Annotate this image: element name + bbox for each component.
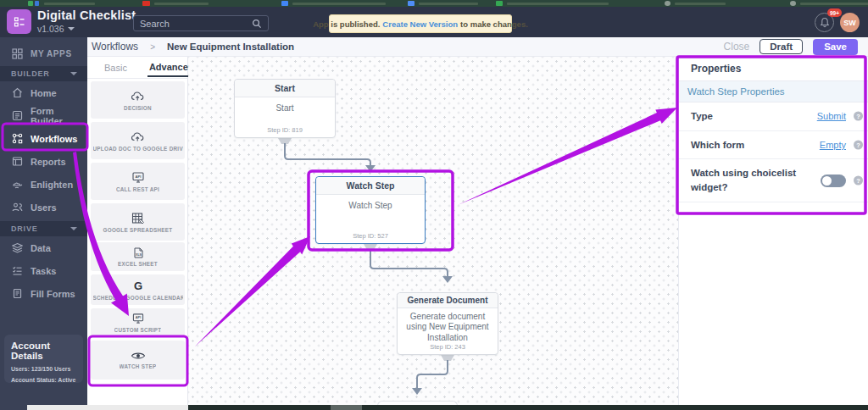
svg-text:G: G xyxy=(133,280,142,292)
app-window: Digital Checklist v1.036 Search App is p… xyxy=(0,0,868,410)
bookmark-label xyxy=(292,3,386,5)
excel-file-icon: XLS xyxy=(132,247,144,258)
notification-badge: 99+ xyxy=(827,8,842,17)
avatar[interactable]: SW xyxy=(840,13,860,32)
step-card-custom-script[interactable]: API CUSTOM SCRIPT xyxy=(91,308,185,337)
cloud-upload-icon xyxy=(131,90,146,102)
sidebar-item-workflows[interactable]: Workflows xyxy=(0,127,87,150)
toggle-knob xyxy=(822,176,832,186)
step-card-upload-doc-to-google-drive[interactable]: UPLOAD DOC TO GOOGLE DRIVE xyxy=(91,122,185,159)
google-g-icon: G xyxy=(131,279,145,292)
chevron-down-icon xyxy=(70,227,77,230)
app-version-label: v1.036 xyxy=(37,24,64,34)
app-version-selector[interactable]: v1.036 xyxy=(37,24,136,34)
property-label: Watch using choicelist widget? xyxy=(691,166,801,194)
node-start[interactable]: Start Start Step ID: 819 xyxy=(234,79,336,138)
bell-icon xyxy=(820,17,830,28)
app-title: Digital Checklist xyxy=(37,8,136,22)
sidebar-item-enlighten[interactable]: Enlighten xyxy=(0,173,87,196)
node-description: Start xyxy=(275,103,293,114)
sidebar-section-builder[interactable]: BUILDER xyxy=(0,66,87,81)
svg-text:API: API xyxy=(135,315,141,319)
caret-down-icon xyxy=(68,27,75,30)
app-logo-icon[interactable] xyxy=(7,9,31,34)
app-topbar: Digital Checklist v1.036 Search App is p… xyxy=(0,7,868,37)
step-card-label: DECISION xyxy=(124,105,152,111)
step-card-call-rest-api[interactable]: API CALL REST API xyxy=(91,163,185,200)
node-generate-document[interactable]: Generate Document Generate document usin… xyxy=(397,292,498,355)
breadcrumb-separator: > xyxy=(150,42,155,52)
sidebar-item-reports[interactable]: Reports xyxy=(0,150,87,173)
workflow-canvas[interactable]: Start Start Step ID: 819 Watch Step Watc… xyxy=(188,57,678,405)
banner-text: to make changes. xyxy=(460,19,528,29)
sidebar-item-label: Tasks xyxy=(31,266,56,276)
node-watch-step[interactable]: Watch Step Watch Step Step ID: 527 xyxy=(315,176,426,244)
cloud-upload-icon xyxy=(131,130,146,143)
sidebar-item-label: Fill Forms xyxy=(31,289,75,299)
node-title: Start xyxy=(235,80,335,97)
bookmark-label xyxy=(419,3,478,5)
type-value-link[interactable]: Submit xyxy=(817,111,846,121)
step-card-label: CALL REST API xyxy=(116,186,159,192)
bookmark-label xyxy=(507,3,609,5)
sidebar-item-fill-forms[interactable]: Fill Forms xyxy=(0,282,87,305)
help-icon[interactable]: ? xyxy=(854,176,863,186)
step-card-decision[interactable]: DECISION xyxy=(91,81,185,119)
eye-icon xyxy=(131,351,146,361)
search-input[interactable]: Search xyxy=(133,15,269,31)
bookmark-icon xyxy=(28,1,33,6)
scrollbar-thumb[interactable] xyxy=(27,405,188,410)
property-label: Which form xyxy=(691,138,744,152)
node-title: Watch Step xyxy=(316,177,425,195)
step-card-label: GOOGLE SPREADSHEET xyxy=(103,227,172,233)
sidebar-item-data[interactable]: Data xyxy=(0,236,87,259)
step-card-schedule-google-calendar-event[interactable]: G SCHEDULE GOOGLE CALENDAR EVE... xyxy=(91,274,185,305)
connector-watch-step-to-generate-document xyxy=(364,244,454,297)
section-label: DRIVE xyxy=(11,224,38,233)
steps-tabs: Basic Advanced xyxy=(87,57,187,79)
svg-text:API: API xyxy=(135,175,141,179)
close-button[interactable]: Close xyxy=(724,41,750,53)
bookmark-label xyxy=(44,3,95,5)
step-card-google-spreadsheet[interactable]: GOOGLE SPREADSHEET xyxy=(91,203,185,241)
sidebar-section-drive[interactable]: DRIVE xyxy=(0,221,87,236)
home-icon xyxy=(11,87,23,99)
property-label: Type xyxy=(691,109,713,124)
bookmark-icon xyxy=(790,1,796,6)
breadcrumb: Workflows > New Equipment Installation xyxy=(92,41,294,53)
node-description: Generate document using New Equipment In… xyxy=(402,312,493,344)
spreadsheet-icon xyxy=(131,212,146,224)
property-row-which-form: Which form Empty ? xyxy=(679,131,868,160)
sidebar-item-home[interactable]: Home xyxy=(0,81,87,104)
bookmark-label xyxy=(675,3,726,5)
layers-icon xyxy=(11,242,23,254)
sidebar-item-label: Home xyxy=(31,88,57,98)
node-step-id: Step ID: 527 xyxy=(353,232,388,240)
document-icon xyxy=(11,288,23,300)
horizontal-scrollbar[interactable] xyxy=(0,405,868,410)
create-new-version-link[interactable]: Create New Version xyxy=(382,19,458,29)
help-icon[interactable]: ? xyxy=(854,112,863,121)
step-card-watch-step[interactable]: WATCH STEP xyxy=(91,341,185,380)
breadcrumb-workflows[interactable]: Workflows xyxy=(92,41,138,53)
sidebar-item-label: Data xyxy=(31,243,51,253)
sidebar-item-form-builder[interactable]: Form Builder xyxy=(0,104,87,127)
sidebar-item-tasks[interactable]: Tasks xyxy=(0,259,87,282)
which-form-value-link[interactable]: Empty xyxy=(820,140,846,150)
draft-button[interactable]: Draft xyxy=(760,39,803,54)
sidebar-item-label: Users xyxy=(31,202,57,213)
sidebar-item-my-apps[interactable]: MY APPS xyxy=(0,43,87,64)
section-label: BUILDER xyxy=(11,69,50,78)
help-icon[interactable]: ? xyxy=(854,141,863,150)
bookmark-label xyxy=(800,3,868,5)
search-placeholder: Search xyxy=(140,19,170,29)
step-card-excel-sheet[interactable]: XLS EXCEL SHEET xyxy=(91,242,185,271)
browser-bookmarks-bar[interactable] xyxy=(0,0,868,7)
save-button[interactable]: Save xyxy=(813,39,858,55)
tab-basic[interactable]: Basic xyxy=(104,63,127,73)
choicelist-toggle[interactable] xyxy=(821,175,846,187)
node-step-id: Step ID: 819 xyxy=(267,126,303,134)
sidebar-item-label: Reports xyxy=(31,157,66,167)
sidebar-item-label: MY APPS xyxy=(31,49,72,58)
sidebar-item-users[interactable]: Users xyxy=(0,196,87,219)
